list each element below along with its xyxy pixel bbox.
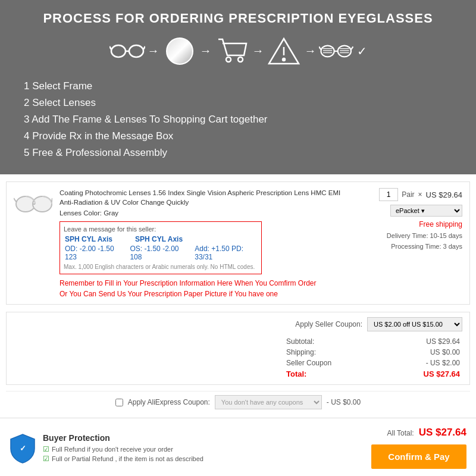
reminder-text: Remember to Fill in Your Prescription In…	[60, 279, 348, 287]
coupon-label: Apply Seller Coupon:	[295, 320, 362, 328]
rx-os: OS: -1.50 -2.00 108	[130, 245, 187, 261]
step-1: 1 Select Frame	[24, 78, 458, 95]
svg-line-4	[143, 46, 145, 49]
product-info: Coating Photochromic Lenses 1.56 Index S…	[60, 188, 348, 298]
product-title: Coating Photochromic Lenses 1.56 Index S…	[60, 188, 348, 207]
step-icon-warning	[267, 35, 302, 67]
rx-add: Add: +1.50 PD: 33/31	[195, 245, 258, 261]
bp-item-2: ☑ Full or Partial Refund , if the item i…	[43, 455, 203, 463]
seller-coupon-row: Seller Coupon - US $2.00	[284, 358, 462, 368]
delivery-info: Delivery Time: 10-15 days Processing Tim…	[387, 231, 462, 252]
quantity-price-row: Pair × US $29.64	[355, 188, 462, 201]
confirm-pay-button[interactable]: Confirm & Pay	[371, 444, 466, 469]
times-symbol: ×	[418, 190, 422, 199]
svg-point-0	[111, 45, 126, 57]
step-icon-rx-glasses	[319, 35, 355, 67]
all-total-row: All Total: US $27.64	[387, 427, 466, 439]
subtotal-row: Subtotal: US $29.64	[284, 336, 462, 347]
summary-table: Subtotal: US $29.64 Shipping: US $0.00 S…	[284, 336, 462, 380]
bp-item-2-text: Full or Partial Refund , if the item is …	[52, 455, 203, 462]
quantity-input[interactable]	[379, 188, 398, 201]
step-icon-glasses	[109, 35, 145, 67]
svg-line-21	[351, 46, 353, 49]
header-banner: PROCESS FOR ORDERING PRESCRIPTION EYEGLA…	[0, 0, 476, 174]
seller-coupon-select[interactable]: US $2.00 off US $15.00	[367, 317, 462, 331]
coupon-summary-section: Apply Seller Coupon: US $2.00 off US $15…	[6, 312, 470, 385]
arrow-2: →	[200, 44, 212, 58]
ali-coupon-amount: - US $0.00	[327, 398, 361, 406]
ali-coupon-row: Apply AliExpress Coupon: You don't have …	[6, 391, 470, 413]
send-prescription: Or You Can Send Us Your Prescription Pap…	[60, 290, 348, 298]
delivery-time: Delivery Time: 10-15 days	[387, 231, 462, 242]
step-4: 4 Provide Rx in the Message Box	[24, 128, 458, 145]
step-3: 3 Add The Frame & Lenses To Shopping Car…	[24, 111, 458, 128]
shipping-value: US $0.00	[381, 347, 462, 358]
coupon-row: Apply Seller Coupon: US $2.00 off US $15…	[14, 317, 462, 331]
rx-header-text2: SPH CYL Axis	[135, 235, 183, 243]
seller-coupon-label: Seller Coupon	[284, 358, 381, 368]
buyer-protection: ✓ Buyer Protection ☑ Full Refund if you …	[10, 433, 203, 463]
ali-coupon-label: Apply AliExpress Coupon:	[128, 398, 210, 406]
rx-header-row: SPH CYL Axis SPH CYL Axis	[64, 235, 258, 243]
svg-point-15	[337, 45, 350, 57]
product-section: Coating Photochromic Lenses 1.56 Index S…	[6, 181, 470, 305]
shipping-row: Shipping: US $0.00	[284, 347, 462, 358]
shield-icon: ✓	[10, 433, 36, 463]
processing-time: Processing Time: 3 days	[387, 242, 462, 252]
bp-item-1: ☑ Full Refund if you don't receive your …	[43, 445, 203, 453]
rx-values-row: OD: -2.00 -1.50 123 OS: -1.50 -2.00 108 …	[64, 245, 258, 261]
svg-line-3	[109, 46, 111, 49]
svg-point-7	[238, 57, 243, 62]
ali-coupon-select[interactable]: You don't have any coupons	[215, 395, 322, 409]
message-label: Leave a message for this seller:	[64, 226, 258, 233]
product-color: Lenses Color: Gray	[60, 209, 348, 217]
product-price: US $29.64	[426, 190, 462, 199]
all-total-label: All Total:	[387, 429, 414, 437]
svg-point-6	[226, 57, 231, 62]
bp-title: Buyer Protection	[43, 433, 203, 443]
main-content: Coating Photochromic Lenses 1.56 Index S…	[0, 181, 476, 476]
seller-coupon-value: - US $2.00	[381, 358, 462, 368]
subtotal-value: US $29.64	[381, 336, 462, 347]
bottom-bar: ✓ Buyer Protection ☑ Full Refund if you …	[0, 418, 476, 476]
bp-check-2: ☑	[43, 455, 49, 463]
svg-point-1	[129, 45, 143, 57]
step-icon-cart	[214, 35, 250, 67]
step-5: 5 Free & Professional Assembly	[24, 145, 458, 161]
svg-line-25	[14, 198, 16, 202]
product-image	[14, 188, 52, 221]
total-confirm: All Total: US $27.64 Confirm & Pay	[371, 427, 466, 469]
product-right: Pair × US $29.64 ePacket ▾ Standard Ship…	[355, 188, 462, 252]
shipping-label: Shipping:	[284, 347, 381, 358]
svg-point-10	[283, 58, 285, 61]
steps-icons: → → →	[18, 35, 458, 67]
svg-text:✓: ✓	[20, 444, 26, 453]
message-limit: Max. 1,000 English characters or Arabic …	[64, 264, 258, 270]
checkmark-icon: ✓	[357, 44, 367, 58]
bp-item-1-text: Full Refund if you don't receive your or…	[52, 446, 173, 453]
steps-list: 1 Select Frame 2 Select Lenses 3 Add The…	[18, 78, 458, 161]
page-title: PROCESS FOR ORDERING PRESCRIPTION EYEGLA…	[18, 11, 458, 26]
arrow-4: →	[305, 44, 317, 58]
arrow-1: →	[148, 44, 159, 58]
free-shipping-label: Free shipping	[419, 220, 462, 228]
svg-line-26	[52, 198, 52, 202]
total-row: Total: US $27.64	[284, 368, 462, 380]
ali-coupon-checkbox[interactable]	[115, 399, 123, 406]
svg-line-20	[319, 46, 321, 49]
message-box-container: Leave a message for this seller: SPH CYL…	[60, 221, 262, 274]
step-2: 2 Select Lenses	[24, 95, 458, 111]
shipping-select[interactable]: ePacket ▾ Standard Shipping	[390, 205, 462, 217]
svg-point-11	[321, 45, 334, 57]
total-value: US $27.64	[381, 368, 462, 380]
color-value: Gray	[104, 209, 118, 217]
pair-unit: Pair	[402, 190, 414, 199]
rx-od: OD: -2.00 -1.50 123	[65, 245, 123, 261]
bp-text: Buyer Protection ☑ Full Refund if you do…	[43, 433, 203, 463]
bp-check-1: ☑	[43, 445, 49, 453]
subtotal-label: Subtotal:	[284, 336, 381, 347]
all-total-amount: US $27.64	[419, 427, 466, 439]
total-label: Total:	[284, 368, 381, 380]
rx-header-text: SPH CYL Axis	[65, 235, 112, 243]
step-icon-lens	[162, 35, 198, 67]
